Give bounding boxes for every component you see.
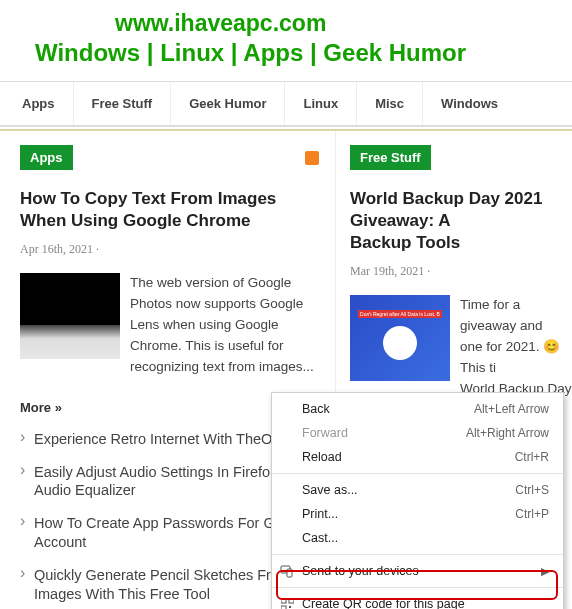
nav-linux[interactable]: Linux (285, 82, 357, 125)
article-thumb-left[interactable] (20, 273, 120, 359)
nav-free-stuff[interactable]: Free Stuff (74, 82, 172, 125)
ctx-label: Send to your devices (302, 564, 541, 578)
ctx-accel: Alt+Left Arrow (474, 402, 549, 416)
ctx-label: Reload (302, 450, 515, 464)
svg-rect-5 (289, 606, 291, 608)
ctx-send-to-devices[interactable]: Send to your devices ▶ (272, 559, 563, 583)
context-menu: Back Alt+Left Arrow Forward Alt+Right Ar… (271, 392, 564, 609)
article-date-right: Mar 19th, 2021 · (350, 264, 572, 279)
ctx-label: Print... (302, 507, 515, 521)
site-url: www.ihaveapc.com (115, 10, 552, 37)
ctx-label: Create QR code for this page (302, 597, 549, 609)
thumb-banner-text: Don't Regret after All Data is Lost, B (358, 310, 442, 318)
ctx-create-qr-code[interactable]: Create QR code for this page (272, 592, 563, 609)
ctx-accel: Alt+Right Arrow (466, 426, 549, 440)
qr-code-icon (280, 597, 294, 609)
article-excerpt-left: The web version of Google Photos now sup… (130, 273, 323, 378)
article-thumb-right[interactable]: Don't Regret after All Data is Lost, B (350, 295, 450, 381)
ctx-separator (272, 554, 563, 555)
category-badge-free-stuff[interactable]: Free Stuff (350, 145, 431, 170)
ctx-reload[interactable]: Reload Ctrl+R (272, 445, 563, 469)
ctx-label: Cast... (302, 531, 549, 545)
article-title-right[interactable]: World Backup Day 2021 Giveaway: A Backup… (350, 188, 572, 254)
svg-rect-1 (287, 569, 292, 577)
rss-icon[interactable] (305, 151, 319, 165)
ctx-save-as[interactable]: Save as... Ctrl+S (272, 478, 563, 502)
ctx-forward[interactable]: Forward Alt+Right Arrow (272, 421, 563, 445)
ctx-cast[interactable]: Cast... (272, 526, 563, 550)
nav-windows[interactable]: Windows (423, 82, 516, 125)
article-date-left: Apr 16th, 2021 · (20, 242, 323, 257)
ctx-separator (272, 587, 563, 588)
ctx-label: Back (302, 402, 474, 416)
article-title-left[interactable]: How To Copy Text From Images When Using … (20, 188, 323, 232)
main-nav: Apps Free Stuff Geek Humor Linux Misc Wi… (0, 81, 572, 127)
nav-geek-humor[interactable]: Geek Humor (171, 82, 285, 125)
thumb-graphic (383, 326, 417, 360)
devices-icon (280, 564, 294, 578)
ctx-accel: Ctrl+S (515, 483, 549, 497)
ctx-separator (272, 473, 563, 474)
site-tagline: Windows | Linux | Apps | Geek Humor (35, 39, 552, 67)
svg-rect-3 (289, 598, 294, 603)
svg-rect-4 (281, 606, 286, 610)
ctx-accel: Ctrl+R (515, 450, 549, 464)
nav-apps[interactable]: Apps (4, 82, 74, 125)
ctx-print[interactable]: Print... Ctrl+P (272, 502, 563, 526)
svg-rect-2 (281, 598, 286, 603)
nav-misc[interactable]: Misc (357, 82, 423, 125)
category-badge-apps[interactable]: Apps (20, 145, 73, 170)
ctx-back[interactable]: Back Alt+Left Arrow (272, 397, 563, 421)
ctx-accel: Ctrl+P (515, 507, 549, 521)
chevron-right-icon: ▶ (541, 565, 549, 578)
ctx-label: Forward (302, 426, 466, 440)
ctx-label: Save as... (302, 483, 515, 497)
